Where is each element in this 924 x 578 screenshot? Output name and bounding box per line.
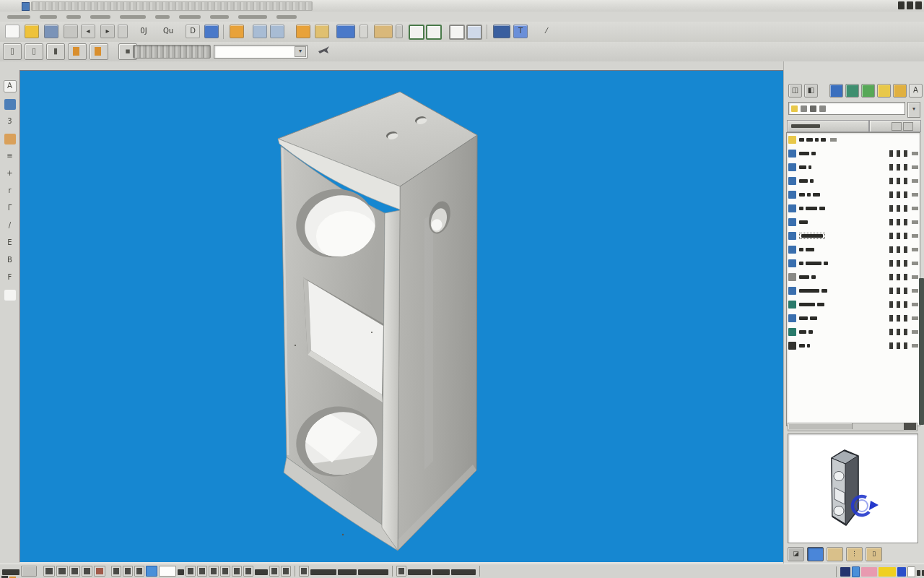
tree-row[interactable] bbox=[787, 243, 920, 256]
menu-item-2[interactable] bbox=[40, 15, 57, 19]
view-manager-icon[interactable] bbox=[336, 25, 355, 38]
panel-search-button[interactable]: ▾ bbox=[907, 102, 920, 118]
preview-mode-icon[interactable]: ◪ bbox=[788, 547, 804, 561]
menu-item-9[interactable] bbox=[238, 15, 267, 19]
tree-row[interactable] bbox=[787, 270, 920, 284]
status-item-l-5[interactable] bbox=[56, 566, 68, 577]
tree-header-button-2[interactable] bbox=[903, 122, 913, 131]
tree-row[interactable] bbox=[787, 174, 920, 188]
open-icon[interactable] bbox=[25, 25, 39, 38]
tag-display-icon[interactable]: T bbox=[513, 25, 528, 38]
list-tool-icon[interactable]: ≡ bbox=[4, 151, 16, 162]
tree-vertical-scrollbar[interactable] bbox=[919, 278, 924, 425]
tree-settings-icon[interactable]: ◧ bbox=[804, 84, 818, 98]
close-button[interactable] bbox=[915, 1, 922, 9]
tree-header-column-info[interactable] bbox=[869, 120, 921, 132]
filter-green-icon[interactable] bbox=[845, 84, 859, 98]
tree-row[interactable] bbox=[787, 215, 920, 229]
active-window-icon[interactable] bbox=[68, 43, 87, 60]
axis-icon[interactable] bbox=[270, 25, 284, 38]
model-tree[interactable] bbox=[786, 132, 920, 426]
status-item-l-6[interactable] bbox=[69, 566, 80, 577]
shaded-view-icon[interactable] bbox=[466, 25, 482, 40]
status-item-l-8[interactable] bbox=[94, 566, 105, 577]
blank-tool-icon[interactable] bbox=[4, 290, 16, 301]
status-item-l-17[interactable] bbox=[197, 566, 207, 577]
status-item-l-13[interactable] bbox=[146, 566, 157, 577]
status-item-l-24[interactable] bbox=[281, 566, 291, 577]
filter-yellow-icon[interactable] bbox=[877, 84, 891, 98]
wireframe-icon[interactable] bbox=[409, 25, 424, 40]
menu-item-4[interactable] bbox=[90, 15, 110, 19]
extrude-tool-icon[interactable]: E bbox=[4, 238, 16, 249]
status-item-l-12[interactable] bbox=[134, 566, 144, 577]
status-item-l-2[interactable] bbox=[21, 566, 37, 577]
tree-row[interactable] bbox=[787, 311, 920, 325]
preview-pan-icon[interactable] bbox=[827, 547, 843, 561]
window-3-icon[interactable]: ▮ bbox=[46, 43, 65, 60]
csys-icon[interactable] bbox=[315, 25, 329, 38]
layer-dropdown[interactable] bbox=[133, 45, 211, 59]
tree-row[interactable] bbox=[787, 229, 920, 243]
copy-icon[interactable] bbox=[118, 25, 128, 38]
combo-dropdown-icon[interactable]: ▾ bbox=[295, 46, 306, 57]
preview-zoom-icon[interactable]: ⋮ bbox=[846, 547, 863, 561]
menu-item-1[interactable] bbox=[7, 15, 30, 19]
model-3d[interactable] bbox=[20, 71, 784, 562]
fly-through-icon[interactable] bbox=[318, 45, 331, 56]
status-item-l-16[interactable] bbox=[186, 566, 196, 577]
tree-row[interactable] bbox=[787, 160, 920, 174]
point-icon[interactable] bbox=[296, 25, 310, 38]
filter-gold-icon[interactable] bbox=[893, 84, 907, 98]
window-2-icon[interactable]: ▯ bbox=[25, 43, 43, 60]
window-1-icon[interactable]: ▯ bbox=[3, 43, 22, 60]
status-item-l-4[interactable] bbox=[43, 566, 55, 577]
shell-tool-icon[interactable]: Γ bbox=[4, 203, 16, 214]
preview-pane[interactable] bbox=[788, 434, 918, 543]
regenerate-icon[interactable]: 0J bbox=[136, 25, 151, 38]
search-icon[interactable]: Qu bbox=[161, 25, 175, 38]
minimize-button[interactable] bbox=[898, 1, 905, 9]
panel-search-input[interactable] bbox=[788, 102, 905, 115]
scrollbar-thumb[interactable] bbox=[788, 423, 853, 429]
tree-row[interactable] bbox=[787, 147, 920, 160]
sketch-icon[interactable] bbox=[230, 25, 244, 38]
status-item-l-19[interactable] bbox=[220, 566, 230, 577]
status-item-l-7[interactable] bbox=[82, 566, 92, 577]
tree-row[interactable] bbox=[787, 202, 920, 215]
plane-icon[interactable] bbox=[253, 25, 267, 38]
status-item-r-3[interactable] bbox=[852, 566, 860, 577]
preview-fit-icon[interactable]: ▯ bbox=[866, 547, 882, 561]
tree-row[interactable] bbox=[787, 298, 920, 311]
draft-tool-icon[interactable]: / bbox=[4, 220, 16, 231]
layers-tool-icon[interactable] bbox=[4, 99, 16, 110]
menu-item-10[interactable] bbox=[276, 15, 297, 19]
menu-item-8[interactable] bbox=[210, 15, 229, 19]
tree-horizontal-scrollbar[interactable] bbox=[788, 423, 918, 431]
round-tool-icon[interactable]: r bbox=[4, 186, 16, 197]
select-tool-icon[interactable]: A bbox=[4, 80, 17, 92]
status-item-l-23[interactable] bbox=[269, 566, 279, 577]
menu-item-5[interactable] bbox=[120, 15, 146, 19]
undo-icon[interactable]: ◂ bbox=[81, 25, 95, 38]
menu-item-3[interactable] bbox=[66, 15, 81, 19]
filter-bright-green-icon[interactable] bbox=[861, 84, 875, 98]
tree-row[interactable] bbox=[787, 284, 920, 298]
filter-blue-icon[interactable] bbox=[829, 84, 843, 98]
viewport[interactable] bbox=[19, 70, 784, 562]
new-file-icon[interactable] bbox=[5, 25, 19, 38]
surface-tool-icon[interactable] bbox=[4, 134, 16, 144]
tree-row[interactable] bbox=[787, 325, 920, 339]
tree-row[interactable] bbox=[787, 256, 920, 270]
status-item-l-26[interactable] bbox=[299, 566, 309, 577]
maximize-button[interactable] bbox=[907, 1, 913, 9]
save-icon[interactable] bbox=[44, 25, 58, 38]
tree-show-icon[interactable]: ◫ bbox=[788, 84, 802, 98]
zoom-icon[interactable] bbox=[374, 25, 393, 38]
datum-display-icon[interactable] bbox=[493, 25, 510, 38]
sweep-tool-icon[interactable]: F bbox=[4, 272, 16, 283]
status-item-l-21[interactable] bbox=[243, 566, 253, 577]
annotations-icon[interactable]: A bbox=[909, 84, 923, 98]
status-item-l-20[interactable] bbox=[232, 566, 242, 577]
status-item-l-18[interactable] bbox=[209, 566, 219, 577]
